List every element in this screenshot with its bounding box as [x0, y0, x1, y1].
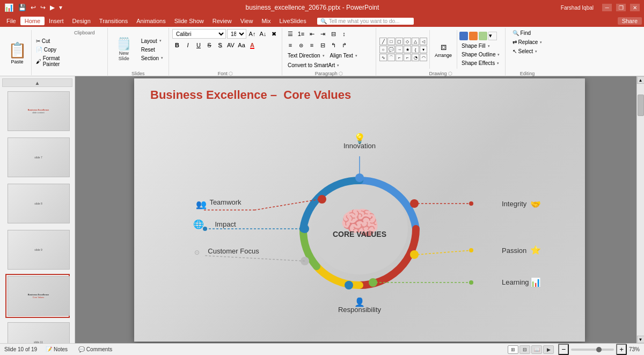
zoom-slider[interactable]: [571, 349, 614, 351]
shape-curve[interactable]: ⌒: [387, 54, 395, 61]
font-color-button[interactable]: A: [247, 40, 257, 50]
shape-elbow[interactable]: ⌐: [404, 54, 411, 61]
shape-rtriangle[interactable]: ◁: [420, 38, 427, 45]
font-size-select[interactable]: 18: [227, 29, 246, 39]
clear-format-button[interactable]: ✖: [269, 29, 279, 39]
presentation-button[interactable]: ▶: [48, 3, 56, 12]
menu-home[interactable]: Home: [20, 17, 45, 25]
shape-more[interactable]: ▾: [420, 46, 427, 53]
underline-button[interactable]: U: [194, 40, 203, 50]
columns-button[interactable]: ⊟: [328, 29, 338, 39]
decrease-indent-button[interactable]: ⇤: [307, 29, 317, 39]
format-painter-button[interactable]: 🖌Format Painter: [34, 54, 65, 68]
zoom-in-button[interactable]: +: [616, 344, 627, 355]
shape-arrow[interactable]: →: [396, 46, 403, 53]
arrange-button[interactable]: ⧈ Arrange: [432, 40, 455, 60]
menu-slideshow[interactable]: Slide Show: [170, 17, 208, 25]
slide-thumb-11[interactable]: slide 11: [5, 320, 70, 343]
decrease-font-button[interactable]: A↓: [258, 29, 268, 39]
notes-button[interactable]: 📝 Notes: [43, 346, 70, 353]
scroll-up-button[interactable]: ▲: [637, 76, 645, 84]
shape-rounded-rect[interactable]: ▢: [396, 38, 403, 45]
zoom-out-button[interactable]: −: [558, 344, 569, 355]
undo-button[interactable]: ↩: [29, 3, 38, 12]
slide-canvas[interactable]: Business Excellence – Core Values 🧠 CORE…: [134, 78, 585, 342]
menu-review[interactable]: Review: [208, 17, 236, 25]
menu-insert[interactable]: Insert: [45, 17, 68, 25]
scroll-track[interactable]: [637, 84, 644, 336]
find-button[interactable]: 🔍Find: [510, 29, 533, 37]
shape-fill-button[interactable]: Shape Fill▾: [459, 42, 502, 50]
shape-oval[interactable]: ○: [379, 46, 387, 53]
slide-thumb-8[interactable]: slide 8: [5, 182, 70, 226]
quick-styles-more[interactable]: ▾: [488, 32, 497, 40]
shape-line[interactable]: ╱: [379, 38, 387, 45]
shape-freeform[interactable]: ∿: [379, 54, 387, 61]
canvas-area[interactable]: Business Excellence – Core Values 🧠 CORE…: [75, 76, 644, 343]
slide-thumb-7[interactable]: slide 7: [5, 135, 70, 179]
menu-mix[interactable]: Mix: [257, 17, 275, 25]
convert-smartart-button[interactable]: Convert to SmartArt▾: [286, 61, 341, 69]
align-center-button[interactable]: ⊜: [296, 40, 306, 50]
numbering-button[interactable]: 1≡: [296, 29, 306, 39]
rtl-button[interactable]: ↰: [328, 40, 338, 50]
section-button[interactable]: Section▾: [139, 54, 165, 62]
close-button[interactable]: ✕: [630, 4, 640, 11]
font-name-select[interactable]: Calibri: [172, 29, 226, 39]
align-left-button[interactable]: ≡: [286, 40, 295, 50]
comments-button[interactable]: 💬 Comments: [76, 346, 114, 353]
menu-view[interactable]: View: [236, 17, 258, 25]
change-case-button[interactable]: Aa: [237, 40, 246, 50]
italic-button[interactable]: I: [183, 40, 193, 50]
strikethrough-button[interactable]: S: [204, 40, 214, 50]
char-spacing-button[interactable]: AV: [226, 40, 236, 50]
share-button[interactable]: Share: [618, 17, 642, 25]
restore-button[interactable]: ❐: [616, 4, 626, 11]
customize-qat-button[interactable]: ▾: [57, 3, 64, 12]
text-direction-button[interactable]: Text Direction▾: [286, 52, 327, 60]
shape-connector[interactable]: ⌐: [396, 54, 403, 61]
align-right-button[interactable]: ≡: [307, 40, 317, 50]
scroll-down-button[interactable]: ▼: [637, 336, 645, 343]
paste-button[interactable]: 📋 Paste: [5, 29, 29, 76]
style-swatch-2[interactable]: [469, 32, 478, 40]
shape-brace[interactable]: {: [412, 46, 419, 53]
slide-thumb-6[interactable]: Business Excellence slide content: [5, 89, 70, 133]
style-swatch-1[interactable]: [459, 32, 468, 40]
shape-arc[interactable]: ◠: [420, 54, 427, 61]
copy-button[interactable]: 📄Copy: [34, 46, 65, 54]
bold-button[interactable]: B: [172, 40, 182, 50]
replace-button[interactable]: ⇄Replace▾: [510, 38, 545, 46]
shadow-button[interactable]: S: [215, 40, 225, 50]
shape-rect[interactable]: □: [387, 38, 395, 45]
style-swatch-3[interactable]: [479, 32, 487, 40]
shape-pie[interactable]: ◔: [412, 54, 419, 61]
reset-button[interactable]: Reset: [139, 46, 165, 54]
bullets-button[interactable]: ☰: [286, 29, 295, 39]
slide-sorter-button[interactable]: ⊟: [519, 345, 530, 354]
new-slide-button[interactable]: 🗒️ NewSlide: [111, 37, 137, 63]
slideshow-button[interactable]: ▶: [543, 345, 554, 354]
minimize-button[interactable]: ─: [602, 4, 612, 11]
increase-indent-button[interactable]: ⇥: [318, 29, 327, 39]
reading-view-button[interactable]: 📖: [531, 345, 542, 354]
shape-effects-button[interactable]: Shape Effects▾: [459, 59, 502, 67]
menu-file[interactable]: File: [2, 17, 20, 25]
shape-star[interactable]: ★: [404, 46, 411, 53]
shape-callout[interactable]: 💬: [387, 46, 395, 53]
menu-transitions[interactable]: Transitions: [95, 17, 132, 25]
shape-outline-button[interactable]: Shape Outline▾: [459, 50, 502, 59]
justify-button[interactable]: ⊟: [318, 40, 327, 50]
increase-font-button[interactable]: A↑: [247, 29, 257, 39]
slide-thumb-10[interactable]: Business Excellence Core Values: [5, 274, 70, 318]
shape-triangle[interactable]: △: [412, 38, 419, 45]
align-text-button[interactable]: Align Text▾: [328, 52, 360, 60]
panel-scroll-up[interactable]: ▲: [2, 78, 72, 87]
save-button[interactable]: 💾: [17, 3, 28, 12]
slide-thumb-9[interactable]: slide 9: [5, 228, 70, 272]
menu-animations[interactable]: Animations: [132, 17, 170, 25]
redo-button[interactable]: ↪: [39, 3, 47, 12]
shape-diamond[interactable]: ◇: [404, 38, 411, 45]
normal-view-button[interactable]: ⊞: [508, 345, 518, 354]
menu-design[interactable]: Design: [68, 17, 95, 25]
